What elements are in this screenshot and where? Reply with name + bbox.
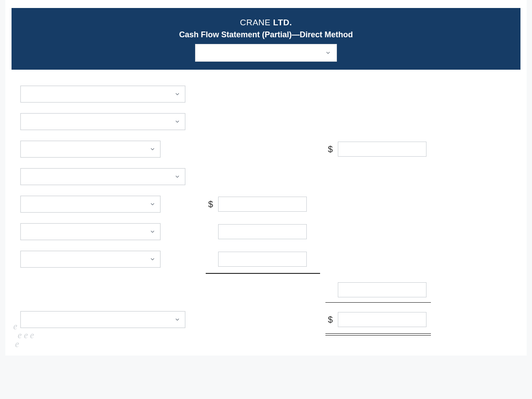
amount-mid-group bbox=[218, 224, 307, 239]
amount-input[interactable] bbox=[218, 252, 307, 267]
account-select[interactable] bbox=[20, 141, 160, 158]
subtotal-rule bbox=[325, 302, 431, 303]
line-item-row bbox=[5, 218, 527, 245]
chevron-down-icon bbox=[174, 91, 180, 97]
watermark-line: e bbox=[15, 340, 34, 348]
amount-input[interactable] bbox=[338, 142, 426, 157]
line-item-row: $ bbox=[5, 135, 527, 163]
account-select[interactable] bbox=[20, 311, 185, 328]
chevron-down-icon bbox=[149, 201, 156, 207]
account-select[interactable] bbox=[20, 113, 185, 130]
amount-right-group: $ bbox=[325, 142, 426, 157]
statement-title: Cash Flow Statement (Partial)—Direct Met… bbox=[12, 30, 520, 40]
amount-right-group: $ bbox=[325, 312, 426, 327]
account-select[interactable] bbox=[20, 168, 185, 185]
amount-input[interactable] bbox=[338, 312, 426, 327]
account-select[interactable] bbox=[20, 251, 160, 268]
line-item-row: $ bbox=[5, 190, 527, 218]
currency-symbol: $ bbox=[325, 144, 335, 154]
total-row: $ bbox=[5, 306, 527, 333]
account-select[interactable] bbox=[20, 196, 160, 213]
period-select[interactable] bbox=[195, 44, 337, 62]
subtotal-rule bbox=[206, 273, 320, 274]
company-name-suffix: LTD. bbox=[273, 18, 292, 27]
amount-input[interactable] bbox=[338, 282, 426, 297]
company-name-prefix: CRANE bbox=[240, 18, 273, 27]
line-item-row bbox=[5, 108, 527, 135]
account-select[interactable] bbox=[20, 223, 160, 240]
company-name: CRANE LTD. bbox=[12, 18, 520, 28]
total-rule bbox=[325, 335, 431, 336]
chevron-down-icon bbox=[174, 174, 180, 180]
chevron-down-icon bbox=[149, 256, 156, 262]
line-item-row bbox=[5, 80, 527, 108]
statement-body: $ $ bbox=[5, 62, 527, 338]
chevron-down-icon bbox=[149, 146, 156, 152]
chevron-down-icon bbox=[174, 119, 180, 125]
amount-mid-group bbox=[218, 252, 307, 267]
line-item-row bbox=[5, 163, 527, 190]
currency-symbol: $ bbox=[206, 199, 215, 209]
amount-right-group bbox=[338, 282, 426, 297]
chevron-down-icon bbox=[325, 50, 331, 56]
statement-header: CRANE LTD. Cash Flow Statement (Partial)… bbox=[12, 8, 520, 70]
worksheet: CRANE LTD. Cash Flow Statement (Partial)… bbox=[5, 0, 527, 356]
currency-symbol: $ bbox=[325, 315, 335, 325]
line-item-row bbox=[5, 245, 527, 273]
chevron-down-icon bbox=[174, 316, 180, 323]
amount-input[interactable] bbox=[218, 197, 307, 212]
total-rule bbox=[325, 333, 431, 334]
subtotal-row bbox=[5, 277, 527, 302]
account-select[interactable] bbox=[20, 86, 185, 103]
chevron-down-icon bbox=[149, 229, 156, 235]
amount-mid-group: $ bbox=[206, 197, 307, 212]
amount-input[interactable] bbox=[218, 224, 307, 239]
